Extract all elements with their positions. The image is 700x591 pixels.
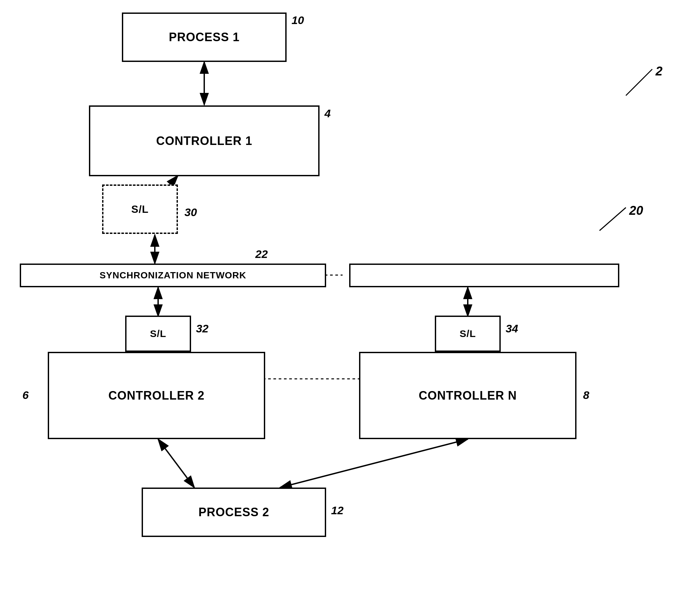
sl34-box: S/L [435,316,501,352]
ref-20: 20 [629,204,643,218]
ref20-arrow-line [600,207,626,231]
process2-box: PROCESS 2 [142,487,326,537]
ref-32: 32 [196,322,209,335]
syncnet-label: SYNCHRONIZATION NETWORK [99,270,247,281]
ref-2: 2 [655,64,662,78]
controllerN-box: CONTROLLER N [359,352,576,439]
process1-label: PROCESS 1 [169,30,239,44]
ref-34: 34 [506,322,518,335]
sl32-box: S/L [125,316,191,352]
sl-dashed-label: S/L [131,203,149,215]
ref-12: 12 [331,504,344,517]
ref-30: 30 [185,206,197,219]
sl34-label: S/L [460,328,476,339]
ref-4: 4 [325,107,331,120]
ref-8: 8 [583,389,589,402]
ref-10: 10 [291,14,304,27]
diagram-svg [0,0,700,591]
syncnet-box-right [349,264,619,287]
diagram-container: PROCESS 1 10 CONTROLLER 1 4 S/L 30 SYNCH… [0,0,700,591]
ref2-arrow-line [626,69,652,95]
process1-box: PROCESS 1 [122,12,287,62]
sl32-label: S/L [150,328,166,339]
arrow-controllerN-process2 [280,439,468,487]
process2-label: PROCESS 2 [198,505,269,519]
controller2-box: CONTROLLER 2 [48,352,265,439]
arrow-controller2-process2 [158,439,194,487]
controller2-label: CONTROLLER 2 [109,389,205,403]
syncnet-box: SYNCHRONIZATION NETWORK [20,264,326,287]
ref-6: 6 [22,389,29,402]
sl-dashed-box: S/L [102,185,178,234]
controller1-label: CONTROLLER 1 [156,134,252,148]
controller1-box: CONTROLLER 1 [89,106,320,176]
controllerN-label: CONTROLLER N [419,389,517,403]
ref-22: 22 [255,248,268,261]
